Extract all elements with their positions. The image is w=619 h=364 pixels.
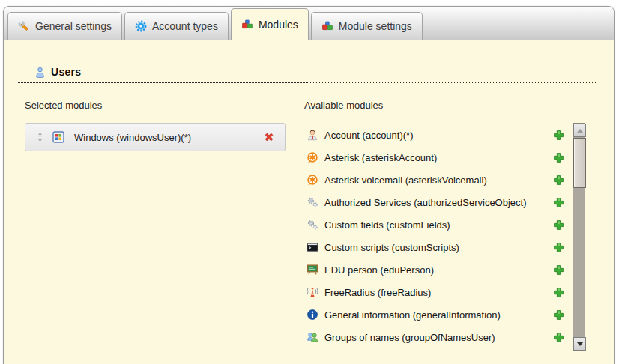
terminal-icon [307, 241, 318, 253]
delete-icon[interactable] [263, 131, 275, 143]
available-module-row: Custom scripts (customScripts) [307, 236, 567, 258]
add-icon[interactable] [553, 175, 564, 186]
module-label: EDU person (eduPerson) [324, 264, 434, 276]
add-icon[interactable] [553, 242, 564, 253]
section-divider [18, 82, 597, 83]
module-label: Custom fields (customFields) [324, 219, 450, 231]
tab-bar: General settings Account types Modules M… [4, 7, 614, 40]
available-module-row: Groups of names (groupOfNamesUser) [307, 326, 567, 348]
group-icon [307, 331, 318, 343]
tab-account-types[interactable]: Account types [124, 12, 229, 40]
module-label: Authorized Services (authorizedServiceOb… [324, 197, 527, 208]
scroll-down-icon [577, 342, 583, 346]
tab-general-settings[interactable]: General settings [7, 12, 122, 40]
module-label: General information (generalInformation) [324, 309, 501, 321]
add-icon[interactable] [553, 309, 564, 321]
module-label: Windows (windowsUser)(*) [74, 132, 191, 143]
add-icon[interactable] [553, 219, 564, 231]
asterisk-icon [307, 174, 318, 186]
module-label: FreeRadius (freeRadius) [324, 287, 431, 298]
available-module-row: Asterisk (asteriskAccount) [307, 146, 567, 169]
tab-label: Modules [259, 19, 298, 31]
modules-icon [241, 19, 253, 31]
windows-icon [52, 131, 64, 143]
available-modules-label: Available modules [304, 100, 383, 111]
available-module-row: FreeRadius (freeRadius) [307, 281, 567, 303]
settings-panel: General settings Account types Modules M… [3, 6, 615, 364]
module-label: Groups of names (groupOfNamesUser) [324, 332, 495, 343]
antenna-icon [307, 286, 318, 298]
module-label: Custom scripts (customScripts) [324, 242, 459, 253]
available-modules-list: Account (account)(*) Asterisk (asteriskA… [307, 124, 567, 348]
user-icon [34, 67, 46, 78]
scroll-up-button[interactable] [573, 124, 586, 137]
add-icon[interactable] [553, 197, 564, 208]
section-title: Users [51, 66, 81, 78]
drag-handle-icon[interactable] [37, 133, 43, 142]
wrench-icon [18, 20, 30, 32]
available-module-row: Custom fields (customFields) [307, 213, 567, 236]
account-icon [307, 129, 318, 141]
gears-icon [307, 196, 318, 208]
tab-label: Account types [152, 20, 218, 32]
scroll-up-icon [577, 129, 583, 133]
tab-modules[interactable]: Modules [231, 8, 309, 40]
section-header-users: Users [34, 66, 81, 78]
selected-modules-label: Selected modules [25, 100, 102, 111]
available-module-row: Asterisk voicemail (asteriskVoicemail) [307, 169, 567, 191]
add-icon[interactable] [553, 332, 564, 343]
add-icon[interactable] [553, 287, 564, 298]
account-types-icon [135, 20, 147, 32]
scroll-down-button[interactable] [573, 337, 586, 351]
available-module-row: Authorized Services (authorizedServiceOb… [307, 191, 567, 213]
available-module-row: General information (generalInformation) [307, 303, 567, 326]
scrollbar-thumb[interactable] [573, 138, 586, 188]
info-icon [307, 309, 318, 321]
module-settings-icon [321, 20, 333, 32]
add-icon[interactable] [553, 264, 564, 276]
available-module-row: Account (account)(*) [307, 124, 567, 146]
add-icon[interactable] [553, 152, 564, 163]
available-modules-scrollbar[interactable] [573, 123, 585, 351]
selected-module-row[interactable]: Windows (windowsUser)(*) [25, 123, 286, 151]
selected-modules-list: Windows (windowsUser)(*) [25, 123, 286, 151]
add-icon[interactable] [553, 130, 564, 141]
asterisk-icon [307, 151, 318, 163]
module-label: Account (account)(*) [324, 130, 414, 141]
tab-label: Module settings [339, 20, 412, 32]
module-label: Asterisk voicemail (asteriskVoicemail) [324, 175, 487, 186]
tab-label: General settings [35, 20, 112, 32]
tab-module-settings[interactable]: Module settings [311, 12, 423, 40]
gears-icon [307, 219, 318, 231]
chalkboard-icon [307, 264, 318, 276]
module-label: Asterisk (asteriskAccount) [324, 152, 437, 163]
available-module-row: EDU person (eduPerson) [307, 258, 567, 281]
